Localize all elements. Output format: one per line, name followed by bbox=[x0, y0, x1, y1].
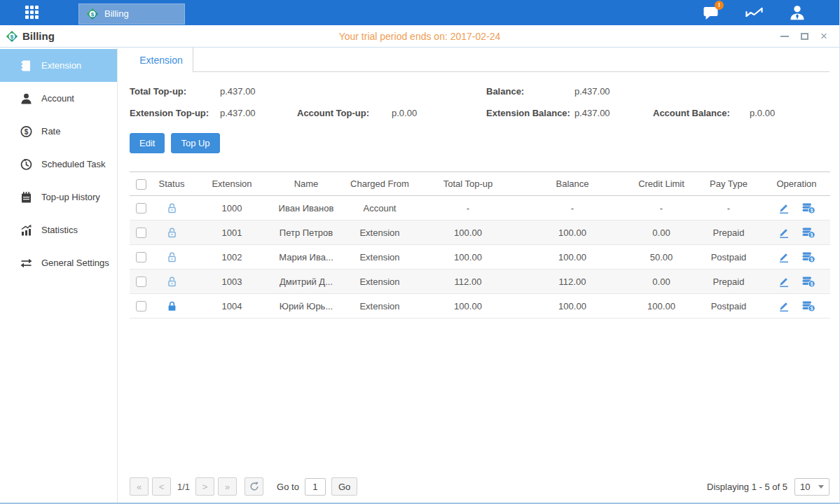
row-checkbox[interactable] bbox=[136, 301, 146, 312]
table-row[interactable]: 1003 Дмитрий Д... Extension 112.00 112.0… bbox=[130, 270, 830, 294]
sidebar-item-label: Account bbox=[41, 93, 74, 104]
sidebar-item-topup-history[interactable]: Top-up History bbox=[0, 181, 117, 214]
maximize-icon[interactable] bbox=[799, 31, 810, 42]
lock-open-icon bbox=[166, 227, 178, 239]
sidebar-item-label: Extension bbox=[41, 60, 81, 71]
prev-page-button[interactable]: < bbox=[152, 477, 171, 496]
refresh-button[interactable] bbox=[245, 477, 263, 496]
total-topup-cell: - bbox=[420, 203, 516, 214]
col-balance: Balance bbox=[516, 178, 628, 189]
lock-closed-icon bbox=[166, 300, 178, 312]
sidebar-item-label: Scheduled Task bbox=[41, 159, 106, 169]
balance-cell: 100.00 bbox=[516, 252, 628, 262]
topup-row-button[interactable]: $ bbox=[801, 226, 815, 239]
sidebar-item-rate[interactable]: $ Rate bbox=[0, 115, 117, 148]
topup-row-button[interactable]: $ bbox=[801, 275, 815, 288]
row-checkbox[interactable] bbox=[136, 276, 146, 287]
action-buttons: Edit Top Up bbox=[130, 133, 829, 153]
table-row[interactable]: 1000 Иван Иванов Account - - - - $ bbox=[130, 196, 830, 220]
table-row[interactable]: 1001 Петр Петров Extension 100.00 100.00… bbox=[130, 220, 830, 245]
user-account-icon[interactable] bbox=[787, 4, 807, 22]
status-cell bbox=[152, 300, 191, 312]
chevron-down-icon bbox=[818, 485, 824, 489]
edit-row-button[interactable] bbox=[778, 275, 790, 288]
table-row[interactable]: 1004 Юрий Юрь... Extension 100.00 100.00… bbox=[130, 294, 830, 318]
messages-icon[interactable]: ! bbox=[701, 4, 720, 22]
charged-from-cell: Extension bbox=[340, 301, 420, 312]
extension-cell: 1002 bbox=[191, 252, 273, 262]
next-page-button[interactable]: > bbox=[195, 477, 214, 496]
top-up-button[interactable]: Top Up bbox=[171, 133, 219, 153]
svg-text:$: $ bbox=[811, 306, 813, 312]
row-checkbox[interactable] bbox=[136, 252, 146, 262]
balance-value: p.437.00 bbox=[574, 86, 653, 97]
tab-extension[interactable]: Extension bbox=[130, 48, 193, 72]
sidebar: Extension Account $ Rate bbox=[0, 48, 118, 503]
edit-button[interactable]: Edit bbox=[130, 133, 165, 153]
operation-cell: $ bbox=[763, 300, 830, 312]
pencil-icon bbox=[778, 300, 790, 312]
goto-page-input[interactable] bbox=[305, 478, 326, 496]
topup-row-button[interactable]: $ bbox=[801, 251, 815, 263]
total-topup-cell: 112.00 bbox=[420, 276, 516, 287]
main-area: Extension Account $ Rate bbox=[0, 48, 839, 503]
topup-row-button[interactable]: $ bbox=[801, 202, 815, 214]
billing-app-tab-label: Billing bbox=[104, 8, 129, 19]
operation-cell: $ bbox=[763, 275, 830, 288]
charged-from-cell: Account bbox=[340, 203, 420, 214]
page-size-value: 10 bbox=[800, 482, 810, 492]
last-page-button[interactable]: » bbox=[218, 477, 237, 496]
edit-row-button[interactable] bbox=[778, 251, 790, 263]
billing-app-tab[interactable]: $ Billing bbox=[78, 4, 185, 24]
total-topup-value: p.437.00 bbox=[220, 86, 297, 97]
lock-open-icon bbox=[166, 202, 178, 214]
col-pay-type: Pay Type bbox=[694, 178, 763, 189]
summary-panel: Total Top-up: p.437.00 Extension Top-up:… bbox=[130, 72, 829, 124]
credit-limit-cell: - bbox=[628, 203, 694, 214]
first-page-button[interactable]: « bbox=[130, 477, 149, 496]
title-left: $ Billing bbox=[6, 30, 55, 43]
name-cell: Дмитрий Д... bbox=[273, 276, 340, 287]
edit-row-button[interactable] bbox=[778, 300, 790, 312]
account-topup-value: p.0.00 bbox=[392, 108, 486, 118]
topbar: $ Billing ! bbox=[0, 0, 839, 25]
total-topup-cell: 100.00 bbox=[420, 227, 516, 238]
svg-text:$: $ bbox=[91, 11, 95, 18]
content-panel: Extension Total Top-up: p.437.00 Extensi… bbox=[118, 48, 839, 503]
edit-row-button[interactable] bbox=[778, 226, 790, 239]
col-extension: Extension bbox=[191, 178, 273, 189]
col-status: Status bbox=[152, 178, 191, 189]
page-size-select[interactable]: 10 bbox=[794, 478, 829, 496]
ledger-icon bbox=[20, 59, 33, 72]
select-all-checkbox[interactable] bbox=[136, 179, 146, 190]
close-icon[interactable]: × bbox=[818, 31, 829, 42]
sidebar-item-extension[interactable]: Extension bbox=[0, 49, 117, 82]
resource-monitor-icon[interactable] bbox=[744, 4, 764, 22]
arrows-icon bbox=[20, 257, 33, 270]
go-button[interactable]: Go bbox=[331, 477, 357, 496]
row-checkbox[interactable] bbox=[136, 203, 146, 214]
app-grid-icon[interactable] bbox=[25, 6, 39, 20]
pencil-icon bbox=[778, 275, 790, 288]
sidebar-item-account[interactable]: Account bbox=[0, 82, 117, 115]
sidebar-item-scheduled-task[interactable]: Scheduled Task bbox=[0, 148, 117, 181]
row-checkbox[interactable] bbox=[136, 227, 146, 238]
total-topup-label: Total Top-up: bbox=[130, 86, 220, 97]
operation-cell: $ bbox=[763, 202, 830, 214]
charged-from-cell: Extension bbox=[340, 227, 420, 238]
total-topup-cell: 100.00 bbox=[420, 252, 516, 262]
balance-cell: 112.00 bbox=[516, 276, 628, 287]
table-row[interactable]: 1002 Мария Ива... Extension 100.00 100.0… bbox=[130, 245, 830, 270]
operation-cell: $ bbox=[763, 226, 830, 239]
sidebar-item-general-settings[interactable]: General Settings bbox=[0, 246, 117, 279]
account-balance-value: p.0.00 bbox=[750, 108, 829, 118]
pencil-icon bbox=[778, 226, 790, 239]
coins-icon: $ bbox=[801, 251, 815, 263]
svg-text:$: $ bbox=[811, 208, 813, 214]
minimize-icon[interactable] bbox=[779, 31, 790, 42]
edit-row-button[interactable] bbox=[778, 202, 790, 214]
topup-row-button[interactable]: $ bbox=[801, 300, 815, 312]
refresh-icon bbox=[249, 482, 259, 491]
credit-limit-cell: 50.00 bbox=[628, 252, 694, 262]
sidebar-item-statistics[interactable]: Statistics bbox=[0, 214, 117, 246]
